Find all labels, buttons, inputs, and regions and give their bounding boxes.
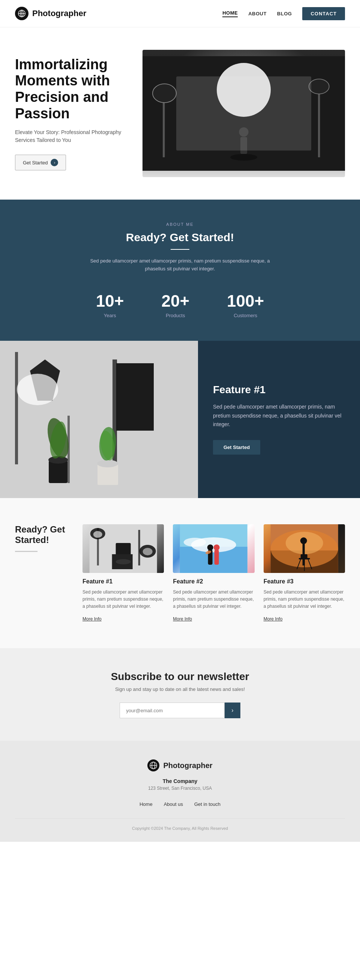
svg-point-27 [97,460,118,467]
svg-point-43 [184,538,206,547]
feature-card-3-body: Sed pede ullamcorper amet ullamcorper pr… [264,589,345,610]
svg-rect-22 [49,461,67,483]
footer-link-contact[interactable]: Get in touch [194,801,221,807]
stat-products-label: Products [161,313,189,318]
svg-point-34 [93,531,102,538]
stats-row: 10+ Years 20+ Products 100+ Customers [15,292,345,318]
about-title: Ready? Get Started! [15,231,345,244]
newsletter-title: Subscribe to our newsletter [15,671,345,682]
hero-btn-arrow-icon: › [51,159,58,166]
stat-years: 10+ Years [96,292,124,318]
footer-logo-text: Photographer [163,761,212,770]
svg-rect-14 [176,76,311,151]
feature-card-1-title: Feature #1 [83,578,164,585]
svg-point-11 [230,154,257,161]
feature-banner-title: Feature #1 [213,384,345,396]
about-section: ABOUT ME Ready? Get Started! Sed pede ul… [0,200,360,341]
newsletter-section: Subscribe to our newsletter Sign up and … [0,648,360,741]
footer-link-home[interactable]: Home [139,801,153,807]
svg-rect-9 [318,90,320,157]
newsletter-subtitle: Sign up and stay up to date on all the l… [15,686,345,692]
newsletter-email-input[interactable] [120,703,225,718]
svg-rect-26 [98,465,118,485]
hero-image [142,50,345,177]
svg-point-48 [214,544,220,550]
nav-link-blog[interactable]: BLOG [277,11,292,16]
svg-point-18 [17,374,58,405]
stat-products-num: 20+ [161,292,189,310]
feature-card-2-link[interactable]: More Info [173,616,192,622]
logo-icon [15,7,29,20]
footer-link-about[interactable]: About us [164,801,183,807]
stat-customers-num: 100+ [227,292,264,310]
hero-section: Immortalizing Moments with Precision and… [0,27,360,200]
stat-products: 20+ Products [161,292,189,318]
feature-card-2-body: Sed pede ullamcorper amet ullamcorper pr… [173,589,254,610]
footer-links: Home About us Get in touch [15,801,345,807]
feature-card-3: Feature #3 Sed pede ullamcorper amet ull… [264,524,345,622]
svg-rect-6 [163,97,165,157]
stat-customers-label: Customers [227,313,264,318]
svg-rect-32 [138,530,140,565]
feature-card-1-link[interactable]: More Info [83,616,102,622]
feature-banner-body: Sed pede ullamcorper amet ullamcorper pr… [213,402,345,428]
navbar: Photographer HOME ABOUT BLOG CONTACT [0,0,360,27]
newsletter-form: › [15,703,345,718]
feature-banner-image [0,341,198,498]
svg-point-8 [153,84,176,103]
hero-text: Immortalizing Moments with Precision and… [15,57,131,171]
svg-point-46 [207,544,213,550]
footer-company-name: The Company [15,778,345,784]
hero-btn-label: Get Started [23,160,48,165]
contact-button[interactable]: CONTACT [302,7,345,20]
nav-logo: Photographer [15,7,86,20]
newsletter-submit-button[interactable]: › [225,703,240,718]
hero-subtitle: Elevate Your Story: Professional Photogr… [15,129,131,144]
svg-rect-20 [116,363,154,431]
features-section: Ready? Get Started! [0,498,360,649]
svg-rect-60 [300,554,307,559]
feature-banner: Feature #1 Sed pede ullamcorper amet ull… [0,341,360,498]
svg-point-10 [309,79,329,94]
footer-logo: Photographer [15,759,345,772]
stat-years-label: Years [96,313,124,318]
feature-card-2: Feature #2 Sed pede ullamcorper amet ull… [173,524,254,622]
features-left: Ready? Get Started! [15,524,67,622]
feature-banner-get-started-button[interactable]: Get Started [213,440,260,455]
feature-card-3-image [264,524,345,573]
footer-logo-icon [147,759,159,772]
about-body: Sed pede ullamcorper amet ullamcorper pr… [86,257,274,273]
hero-image-inner [142,50,345,177]
feature-card-3-link[interactable]: More Info [264,616,283,622]
svg-point-37 [116,559,131,564]
stat-customers: 100+ Customers [227,292,264,318]
nav-link-about[interactable]: ABOUT [248,11,267,16]
features-divider [15,551,37,552]
features-grid: Feature #1 Sed pede ullamcorper amet ull… [83,524,345,622]
feature-card-3-title: Feature #3 [264,578,345,585]
stat-years-num: 10+ [96,292,124,310]
features-inner: Ready? Get Started! [15,524,345,622]
feature-card-2-title: Feature #2 [173,578,254,585]
svg-point-55 [300,538,307,544]
footer-address: 123 Street, San Francisco, USA [15,786,345,791]
svg-point-39 [143,548,153,555]
feature-banner-content: Feature #1 Sed pede ullamcorper amet ull… [198,341,360,498]
feature-card-1-image [83,524,164,573]
footer-copyright: Copyright ©2024 The Company, All Rights … [15,818,345,830]
hero-title: Immortalizing Moments with Precision and… [15,57,131,122]
nav-link-home[interactable]: HOME [222,10,238,17]
features-section-title: Ready? Get Started! [15,524,67,546]
nav-links: HOME ABOUT BLOG CONTACT [222,7,345,20]
feature-card-1-body: Sed pede ullamcorper amet ullamcorper pr… [83,589,164,610]
get-started-button[interactable]: Get Started › [15,155,66,170]
svg-rect-47 [214,550,219,565]
svg-rect-16 [15,352,18,465]
feature-card-1: Feature #1 Sed pede ullamcorper amet ull… [83,524,164,622]
about-divider [171,249,189,250]
footer: Photographer The Company 123 Street, San… [0,741,360,842]
feature-card-2-image [173,524,254,573]
logo-text: Photographer [32,9,86,18]
about-label: ABOUT ME [15,222,345,227]
